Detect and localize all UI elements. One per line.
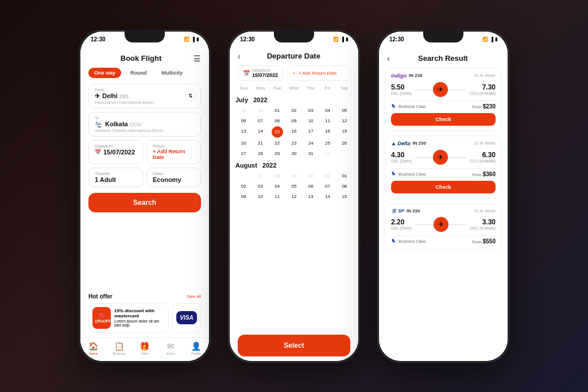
add-return-chip[interactable]: ＋ + Add Return Date [287, 65, 350, 81]
traveller-field[interactable]: Traveller 1 Adult [88, 168, 143, 187]
wd-wed: Wed [285, 86, 302, 91]
cal-day[interactable]: 28 [252, 149, 268, 158]
check-button-1[interactable]: Check [391, 113, 496, 126]
cal-day[interactable]: 26 [336, 138, 353, 148]
cal-day[interactable]: 10 [252, 192, 268, 201]
cal-day[interactable]: 02 [286, 106, 302, 115]
return-value: + Add Return Date [153, 149, 195, 160]
back-button-3[interactable]: ‹ [387, 54, 390, 63]
cal-day[interactable]: 09 [235, 192, 252, 201]
cal-day[interactable]: 10 [303, 116, 319, 126]
cal-day[interactable]: 29 [286, 171, 302, 181]
cal-day[interactable]: 29 [269, 149, 285, 158]
swap-button[interactable]: ⇅ [185, 91, 196, 101]
cal-day[interactable]: 06 [303, 181, 319, 191]
cal-day[interactable]: 14 [319, 192, 335, 201]
see-all-link[interactable]: See all [187, 294, 201, 299]
cal-day[interactable]: 14 [252, 126, 268, 138]
select-button[interactable]: Select [238, 335, 350, 356]
cal-day[interactable]: 19 [336, 126, 353, 138]
to-field[interactable]: To 🛬 Kolkata CCU Subhash Chandra Interna… [88, 112, 201, 137]
cal-day[interactable]: 17 [303, 126, 319, 138]
cal-day[interactable]: 13 [235, 126, 252, 138]
cal-day[interactable]: 05 [336, 106, 353, 115]
search-button[interactable]: Search [88, 193, 201, 212]
cal-day[interactable]: 22 [269, 138, 285, 148]
cal-day[interactable]: 13 [303, 192, 319, 201]
tab-one-way[interactable]: One way [88, 68, 121, 78]
duration-2: 01 hr 40min [474, 141, 496, 145]
departure-chip[interactable]: 📅 Departure 15/07/2022 [238, 65, 283, 81]
price-val-2: $360 [483, 171, 496, 177]
dep-chip-label: Departure [252, 68, 278, 72]
arr-airport-2: CCU (Kolkata) [470, 159, 496, 163]
cal-day[interactable]: 11 [269, 192, 285, 201]
cal-day[interactable]: 27 [252, 171, 268, 181]
departure-field[interactable]: Departure 📅 15/07/2022 [88, 140, 143, 164]
cal-day[interactable]: 09 [286, 116, 302, 126]
delta-logo: ▲ Delta [391, 141, 410, 146]
cal-day-selected[interactable]: 15 [272, 126, 283, 138]
cal-day[interactable]: 12 [336, 116, 353, 126]
cal-day[interactable]: 20 [235, 138, 252, 148]
cal-day[interactable]: 31 [319, 171, 335, 181]
offer-cards: 🔴 15%OFF 15% discount with mastercard Lo… [88, 303, 201, 333]
cal-day[interactable]: 01 [269, 106, 285, 115]
cal-day[interactable]: 07 [319, 181, 335, 191]
july-label: July 2022 [235, 93, 353, 106]
cal-day[interactable]: 23 [286, 138, 302, 148]
cal-day[interactable] [235, 171, 252, 181]
cal-day[interactable]: 28 [269, 171, 285, 181]
cal-day[interactable]: 04 [319, 106, 335, 115]
cal-day[interactable]: 03 [303, 106, 319, 115]
cal-day[interactable]: 02 [235, 181, 252, 191]
result-card-1: indigo IN 230 01 hr 40min 5.50 DEL (Delh… [385, 68, 502, 131]
cal-day[interactable]: 07 [252, 116, 268, 126]
cal-day[interactable]: 15 [336, 192, 353, 201]
cal-day[interactable]: 08 [336, 181, 353, 191]
from-field[interactable]: From ✈ Delhi DEL Indra Gandhi Internatio… [88, 84, 201, 108]
cal-day[interactable]: 05 [286, 181, 302, 191]
check-button-2[interactable]: Check [391, 181, 496, 193]
cal-day[interactable]: 31 [303, 149, 319, 158]
status-time-3: 12:30 [389, 36, 404, 42]
nav-offer[interactable]: 🎁 Offer [132, 341, 158, 355]
nav-booking[interactable]: 📋 Booking [106, 341, 132, 355]
nav-home[interactable]: 🏠 Home [80, 341, 106, 355]
duration-3: 01 hr 40min [474, 209, 496, 213]
from-label: From [95, 88, 195, 92]
class-text-1: Business Class [399, 104, 426, 108]
offer-card-2[interactable]: VISA 23%O [172, 303, 201, 333]
return-field[interactable]: Return + Add Return Date [146, 140, 201, 164]
dep-airport-2: DEL (Delhi) [391, 159, 412, 163]
cal-day[interactable]: 18 [319, 126, 335, 138]
cal-day[interactable]: 29 [235, 106, 252, 115]
cal-day[interactable]: 30 [303, 171, 319, 181]
back-button-2[interactable]: ‹ [238, 52, 241, 61]
cal-day[interactable]: 11 [319, 116, 335, 126]
tab-multicity[interactable]: Multicity [156, 68, 189, 78]
menu-icon[interactable]: ☰ [194, 54, 201, 63]
offer-card-1[interactable]: 🔴 15%OFF 15% discount with mastercard Lo… [88, 303, 169, 333]
cal-day[interactable]: 04 [269, 181, 285, 191]
cal-day[interactable]: 03 [252, 181, 268, 191]
cal-day[interactable]: 01 [336, 171, 353, 181]
cal-day[interactable]: 08 [269, 116, 285, 126]
class-info-1: 💺 Business Class [391, 104, 426, 108]
cal-day[interactable]: 30 [286, 149, 302, 158]
cal-day[interactable]: 30 [252, 106, 268, 115]
nav-profile[interactable]: 👤 Profile [183, 341, 209, 355]
wd-tue: Tue [269, 86, 285, 91]
cal-day[interactable]: 16 [286, 126, 302, 138]
tab-round[interactable]: Round [125, 68, 153, 78]
cal-day[interactable]: 21 [252, 138, 268, 148]
nav-inbox[interactable]: ✉ Inbox [157, 341, 183, 355]
cal-day[interactable]: 01 [319, 149, 335, 158]
cal-day[interactable]: 24 [303, 138, 319, 148]
cal-day[interactable]: 27 [235, 149, 252, 158]
cal-day[interactable]: 06 [235, 116, 252, 126]
class-field[interactable]: Class Economy [146, 168, 201, 187]
cal-day[interactable]: 25 [319, 138, 335, 148]
cal-day[interactable]: 12 [286, 192, 302, 201]
results-list: indigo IN 230 01 hr 40min 5.50 DEL (Delh… [379, 68, 508, 361]
